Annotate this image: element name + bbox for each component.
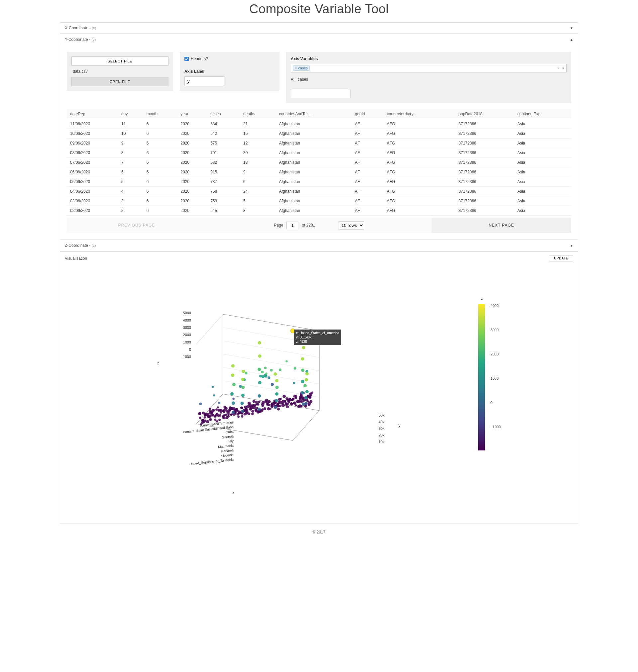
clear-icon[interactable]: ×: [558, 66, 559, 70]
table-header[interactable]: day: [118, 109, 143, 119]
update-button[interactable]: UPDATE: [549, 255, 573, 261]
svg-point-96: [237, 416, 239, 418]
svg-point-80: [230, 407, 232, 410]
viz-area[interactable]: 5000 4000 3000 2000 1000 0 −1000 z count…: [60, 264, 578, 523]
svg-point-300: [258, 355, 262, 358]
tag-label: cases: [298, 66, 308, 70]
table-header[interactable]: deaths: [240, 109, 276, 119]
select-file-button[interactable]: SELECT FILE: [71, 56, 168, 66]
svg-point-140: [258, 401, 261, 403]
panel-header-z[interactable]: Z-Coordinate - (z) ▼: [60, 240, 578, 251]
table-header[interactable]: year: [177, 109, 207, 119]
table-header[interactable]: geoId: [352, 109, 384, 119]
headers-checkbox[interactable]: [184, 57, 189, 61]
table-header[interactable]: popData2018: [455, 109, 514, 119]
svg-point-288: [301, 357, 304, 360]
svg-point-280: [275, 392, 279, 396]
svg-point-126: [251, 413, 254, 415]
svg-point-38: [212, 386, 214, 388]
svg-point-36: [211, 411, 214, 414]
svg-point-48: [217, 406, 219, 408]
pager: PREVIOUS PAGE Page of 2281 10 rows NEXT …: [67, 218, 571, 233]
y-axis-ticks: 50k 40k 30k 20k 10k: [379, 413, 384, 446]
page-input[interactable]: [286, 222, 298, 229]
axis-var-tag[interactable]: × cases: [293, 66, 310, 71]
svg-point-208: [285, 360, 288, 363]
headers-label: Headers?: [191, 56, 208, 61]
page-title: Composite Variable Tool: [60, 2, 578, 16]
table-row: 10/06/2020106202054215AfghanistanAFAFG37…: [67, 129, 571, 139]
footer: © 2017: [60, 524, 578, 545]
svg-point-142: [257, 403, 259, 406]
table-header[interactable]: countriesAndTer…: [276, 109, 352, 119]
svg-point-192: [278, 398, 281, 401]
file-name: data.csv: [71, 66, 168, 77]
svg-point-176: [271, 383, 274, 386]
svg-point-161: [265, 375, 268, 378]
svg-point-264: [309, 394, 312, 397]
chevron-down-icon: ▼: [570, 244, 573, 247]
table-row: 05/06/20205620207876AfghanistanAFAFG3717…: [67, 177, 571, 187]
svg-point-31: [209, 408, 211, 410]
svg-point-255: [307, 400, 309, 402]
svg-point-270: [231, 374, 234, 377]
panel-x-label: X-Coordinate -: [65, 25, 92, 30]
svg-point-37: [213, 394, 215, 396]
svg-point-139: [255, 401, 258, 403]
svg-point-276: [241, 378, 245, 381]
table-row: 08/06/202086202079130AfghanistanAFAFG371…: [67, 148, 571, 158]
svg-point-103: [240, 407, 243, 409]
axis-formula-input[interactable]: [291, 89, 351, 98]
chevron-down-icon: ▼: [570, 26, 573, 30]
panel-header-y[interactable]: Y-Coordinate - (y) ▲: [60, 34, 578, 45]
svg-point-53: [218, 402, 221, 404]
axis-vars-box: Axis Variables × cases × ▾ A = cases: [286, 52, 571, 103]
svg-point-28: [209, 418, 212, 421]
svg-point-241: [300, 400, 303, 402]
svg-point-301: [258, 341, 261, 344]
svg-point-224: [293, 382, 296, 384]
svg-point-221: [290, 402, 293, 406]
scatter3d-plot[interactable]: 5000 4000 3000 2000 1000 0 −1000 z count…: [193, 311, 366, 457]
table-header[interactable]: continentExp: [514, 109, 571, 119]
viz-title: Visualisation: [65, 256, 87, 261]
svg-point-120: [248, 413, 251, 415]
axis-label-title: Axis Label: [184, 69, 275, 74]
svg-point-260: [309, 400, 312, 403]
page-of: of 2281: [302, 223, 315, 227]
hover-tooltip: x: United_States_of_America y: 30.148k z…: [294, 329, 341, 345]
axis-label-input[interactable]: [184, 76, 224, 86]
svg-point-267: [232, 402, 235, 405]
svg-point-172: [270, 369, 273, 372]
svg-point-298: [258, 381, 262, 384]
rows-select[interactable]: 10 rows: [339, 221, 364, 229]
headers-checkbox-row[interactable]: Headers?: [184, 56, 275, 61]
z-axis-label: z: [157, 361, 159, 365]
table-row: 04/06/202046202075824AfghanistanAFAFG371…: [67, 187, 571, 196]
svg-point-8: [199, 416, 201, 419]
axis-vars-multiselect[interactable]: × cases × ▾: [291, 64, 567, 72]
panel-header-x[interactable]: X-Coordinate - (x) ▼: [60, 22, 578, 34]
next-page-button[interactable]: NEXT PAGE: [432, 218, 571, 233]
svg-point-188: [278, 405, 280, 407]
colorbar-title: z: [481, 296, 483, 300]
svg-point-110: [245, 372, 248, 374]
panel-x-var: (x): [92, 26, 96, 30]
svg-point-222: [292, 398, 295, 400]
z-axis-ticks: 5000 4000 3000 2000 1000 0 −1000: [168, 311, 191, 362]
svg-point-272: [241, 410, 244, 413]
y-axis-label: y: [399, 423, 400, 428]
table-header[interactable]: dateRep: [67, 109, 118, 119]
tag-remove-icon[interactable]: ×: [295, 66, 297, 70]
table-header[interactable]: countryterritory…: [384, 109, 455, 119]
table-header[interactable]: month: [143, 109, 178, 119]
svg-point-275: [241, 386, 245, 389]
dropdown-icon[interactable]: ▾: [562, 66, 564, 70]
svg-point-297: [258, 394, 261, 398]
table-header[interactable]: cases: [207, 109, 240, 119]
svg-point-166: [268, 400, 271, 403]
open-file-button[interactable]: OPEN FILE: [71, 77, 168, 86]
svg-point-227: [293, 402, 296, 404]
chevron-up-icon: ▲: [570, 38, 573, 41]
svg-point-286: [301, 380, 304, 383]
